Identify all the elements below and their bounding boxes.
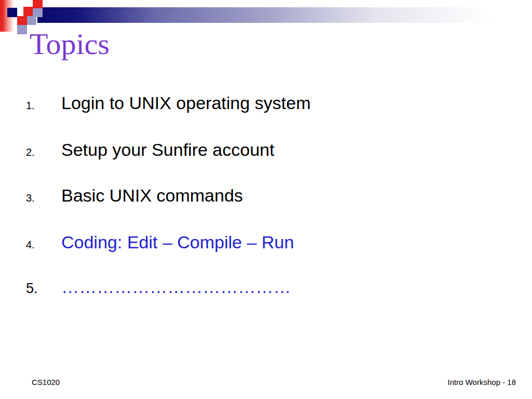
deco-square-slate-low bbox=[17, 25, 27, 34]
footer-slide-label: Intro Workshop - 18 bbox=[448, 378, 516, 387]
gradient-bar-decoration bbox=[37, 7, 532, 23]
topic-number: 2. bbox=[26, 147, 61, 158]
slide-title: Topics bbox=[30, 27, 110, 62]
topic-text: Basic UNIX commands bbox=[61, 184, 243, 206]
topic-list-item-5: 5. ………………………………… bbox=[26, 276, 504, 298]
topic-number: 4. bbox=[26, 239, 61, 251]
footer-course-code: CS1020 bbox=[32, 378, 60, 387]
deco-square-slate-mid bbox=[27, 16, 36, 25]
topic-number: 1. bbox=[26, 100, 61, 112]
topic-text: Login to UNIX operating system bbox=[61, 92, 311, 114]
topic-text: Setup your Sunfire account bbox=[61, 139, 274, 161]
deco-square-red-top bbox=[33, 0, 43, 8]
deco-square-navy bbox=[7, 8, 17, 17]
deco-square-red-lower bbox=[17, 16, 27, 25]
topic-number: 5. bbox=[26, 281, 61, 297]
topic-list-item-2: 2. Setup your Sunfire account bbox=[26, 139, 504, 161]
deco-square-red-middle bbox=[23, 7, 33, 17]
topic-text: Coding: Edit – Compile – Run bbox=[61, 231, 294, 253]
topic-number: 3. bbox=[26, 192, 61, 204]
topic-list-item-3: 3. Basic UNIX commands bbox=[26, 184, 504, 206]
slide-canvas: Topics 1. Login to UNIX operating system… bbox=[0, 0, 532, 399]
topic-list-item-1: 1. Login to UNIX operating system bbox=[26, 92, 504, 114]
topic-text-ellipsis: ………………………………… bbox=[61, 276, 291, 298]
topic-list-item-4: 4. Coding: Edit – Compile – Run bbox=[26, 231, 504, 253]
